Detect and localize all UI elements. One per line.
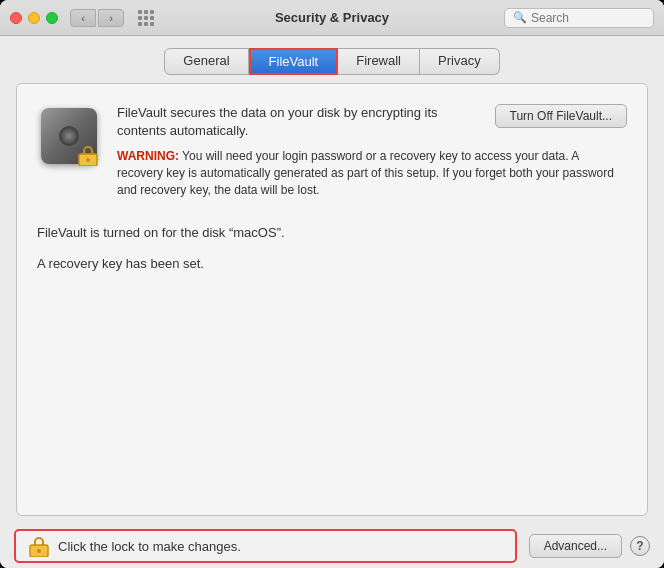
- panel-top: FileVault secures the data on your disk …: [37, 104, 627, 199]
- tab-firewall[interactable]: Firewall: [338, 48, 420, 75]
- search-input[interactable]: [531, 11, 645, 25]
- turn-off-button[interactable]: Turn Off FileVault...: [495, 104, 627, 128]
- description-text: FileVault secures the data on your disk …: [117, 104, 483, 140]
- help-button[interactable]: ?: [630, 536, 650, 556]
- svg-point-1: [86, 158, 90, 162]
- minimize-button[interactable]: [28, 12, 40, 24]
- lock-area[interactable]: Click the lock to make changes.: [14, 529, 517, 563]
- search-box[interactable]: 🔍: [504, 8, 654, 28]
- filevault-icon: [37, 104, 101, 168]
- traffic-lights: [10, 12, 58, 24]
- tab-privacy[interactable]: Privacy: [420, 48, 500, 75]
- lock-overlay-icon: [77, 144, 99, 166]
- advanced-button[interactable]: Advanced...: [529, 534, 622, 558]
- status-section: FileVault is turned on for the disk “mac…: [37, 223, 627, 274]
- bottom-right-controls: Advanced... ?: [529, 534, 650, 558]
- tab-general[interactable]: General: [164, 48, 248, 75]
- nav-buttons: ‹ ›: [70, 9, 124, 27]
- panel-top-right: FileVault secures the data on your disk …: [117, 104, 627, 199]
- grid-icon[interactable]: [138, 10, 154, 26]
- recovery-status-text: A recovery key has been set.: [37, 254, 627, 274]
- tabs-container: General FileVault Firewall Privacy: [0, 36, 664, 83]
- tab-filevault[interactable]: FileVault: [249, 48, 339, 75]
- filevault-panel: FileVault secures the data on your disk …: [16, 83, 648, 516]
- close-button[interactable]: [10, 12, 22, 24]
- warning-area: WARNING: You will need your login passwo…: [117, 148, 627, 198]
- main-window: ‹ › Security & Privacy 🔍: [0, 0, 664, 568]
- search-icon: 🔍: [513, 11, 527, 24]
- description-row: FileVault secures the data on your disk …: [117, 104, 627, 140]
- content-area: General FileVault Firewall Privacy: [0, 36, 664, 568]
- bottom-bar: Click the lock to make changes. Advanced…: [0, 524, 664, 568]
- titlebar: ‹ › Security & Privacy 🔍: [0, 0, 664, 36]
- svg-point-3: [37, 549, 41, 553]
- disk-status-text: FileVault is turned on for the disk “mac…: [37, 223, 627, 243]
- window-title: Security & Privacy: [275, 10, 389, 25]
- warning-message: You will need your login password or a r…: [117, 149, 614, 197]
- app-icon-area: [138, 10, 154, 26]
- warning-label: WARNING:: [117, 149, 179, 163]
- forward-button[interactable]: ›: [98, 9, 124, 27]
- back-button[interactable]: ‹: [70, 9, 96, 27]
- maximize-button[interactable]: [46, 12, 58, 24]
- lock-icon: [28, 535, 50, 557]
- lock-label: Click the lock to make changes.: [58, 539, 241, 554]
